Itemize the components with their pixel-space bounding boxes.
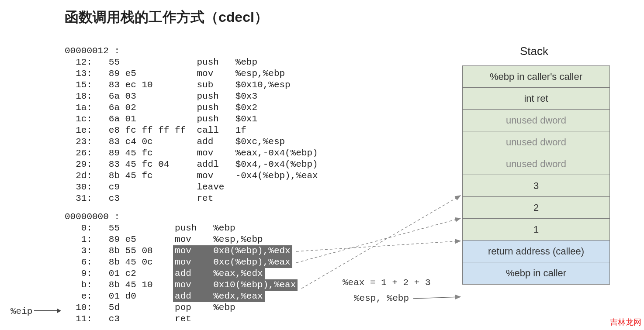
stack-cell: unused dword	[463, 110, 609, 131]
svg-line-0	[296, 241, 460, 251]
stack-cell: int ret	[463, 88, 609, 110]
watermark: 吉林龙网	[610, 317, 641, 327]
stack-cell: unused dword	[463, 153, 609, 175]
caller-row: 30: c9 leave	[65, 182, 318, 193]
caller-header: 00000012 :	[65, 45, 318, 57]
stack-cell: return address (callee)	[463, 241, 609, 262]
caller-row: 12: 55 push %ebp	[65, 57, 318, 68]
caller-row: 13: 89 e5 mov %esp,%ebp	[65, 68, 318, 79]
caller-row: 1a: 6a 02 push $0x2	[65, 102, 318, 113]
annot-eax: %eax = 1 + 2 + 3	[343, 278, 431, 288]
caller-row: 15: 83 ec 10 sub $0x10,%esp	[65, 79, 318, 91]
caller-row: 29: 83 45 fc 04 addl $0x4,-0x4(%ebp)	[65, 159, 318, 170]
caller-row: 31: c3 ret	[65, 193, 318, 204]
page-title: 函数调用栈的工作方式（cdecl）	[65, 8, 268, 27]
page: 函数调用栈的工作方式（cdecl） 00000012 : 12: 55 push…	[0, 0, 644, 330]
caller-row: 26: 89 45 fc mov %eax,-0x4(%ebp)	[65, 148, 318, 159]
callee-row: 1: 89 e5 mov %esp,%ebp	[65, 234, 298, 245]
callee-row: e: 01 d0 add %edx,%eax	[65, 291, 298, 302]
stack-cell: 2	[463, 197, 609, 219]
annot-esp: %esp, %ebp	[354, 293, 409, 303]
callee-row: 0: 55 push %ebp	[65, 223, 298, 234]
arrow-eip-icon	[34, 310, 60, 311]
callee-header: 00000000 :	[65, 211, 298, 223]
callee-row: 6: 8b 45 0c mov 0xc(%ebp),%eax	[65, 257, 298, 268]
svg-line-3	[413, 297, 460, 299]
stack-cell: 1	[463, 219, 609, 241]
caller-row: 2d: 8b 45 fc mov -0x4(%ebp),%eax	[65, 170, 318, 182]
svg-line-1	[296, 218, 460, 263]
caller-row: 18: 6a 03 push $0x3	[65, 91, 318, 102]
disasm-callee: 00000000 : 0: 55 push %ebp 1: 89 e5 mov …	[65, 211, 298, 325]
disasm-caller: 00000012 : 12: 55 push %ebp 13: 89 e5 mo…	[65, 45, 318, 204]
callee-row: 3: 8b 55 08 mov 0x8(%ebp),%edx	[65, 245, 298, 257]
callee-row: 11: c3 ret	[65, 313, 298, 325]
stack-cell: %ebp in caller's caller	[463, 66, 609, 88]
callee-row: b: 8b 45 10 mov 0x10(%ebp),%eax	[65, 279, 298, 291]
callee-row: 10: 5d pop %ebp	[65, 302, 298, 313]
caller-row: 1e: e8 fc ff ff ff call 1f	[65, 125, 318, 136]
caller-row: 23: 83 c4 0c add $0xc,%esp	[65, 136, 318, 148]
stack-title: Stack	[520, 45, 548, 58]
stack-cell: %ebp in caller	[463, 262, 609, 284]
annot-eip: %eip	[10, 306, 32, 316]
stack-cell: unused dword	[463, 131, 609, 153]
svg-line-2	[301, 196, 460, 289]
caller-row: 1c: 6a 01 push $0x1	[65, 113, 318, 125]
stack-cell: 3	[463, 175, 609, 197]
callee-row: 9: 01 c2 add %eax,%edx	[65, 268, 298, 279]
stack-diagram: %ebp in caller's callerint retunused dwo…	[462, 65, 610, 285]
